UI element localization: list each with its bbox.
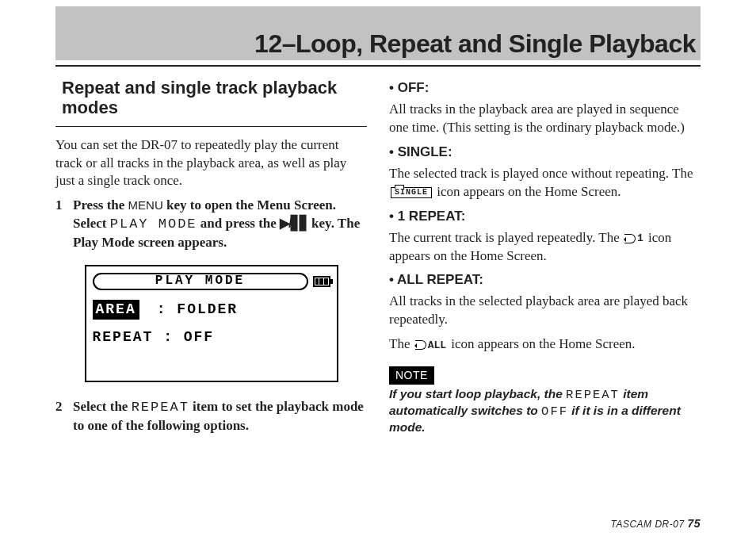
option-1repeat-body: The current track is played repeatedly. …: [389, 229, 701, 266]
chapter-title: 12–Loop, Repeat and Single Playback: [254, 29, 696, 59]
option-single-body: The selected track is played once withou…: [389, 165, 701, 201]
lcd-area-label: AREA: [93, 300, 139, 319]
menu-key-label: MENU: [128, 198, 163, 212]
step-number: 2: [55, 398, 73, 435]
step-body: Press the MENU key to open the Menu Scre…: [73, 197, 367, 252]
chapter-banner: 12–Loop, Repeat and Single Playback: [55, 6, 701, 60]
lcd-area-value: FOLDER: [177, 300, 238, 319]
single-icon: SINGLE: [391, 187, 432, 198]
option-allrepeat-head: • ALL REPEAT:: [389, 271, 701, 289]
lcd-title: PLAY MODE: [93, 273, 308, 290]
text: The: [389, 336, 414, 351]
lcd-sep: :: [163, 328, 174, 347]
option-allrepeat-body2: The ALL icon appears on the Home Screen.: [389, 335, 701, 354]
manual-page: 12–Loop, Repeat and Single Playback Repe…: [0, 0, 756, 544]
option-off-body: All tracks in the playback area are play…: [389, 101, 701, 137]
text: If you start loop playback, the: [389, 387, 566, 400]
lcd-row-area: AREA : FOLDER: [93, 300, 330, 319]
text: The selected track is played once withou…: [389, 166, 693, 181]
step-number: 1: [55, 197, 73, 252]
option-off-head: • OFF:: [389, 79, 701, 98]
page-footer: TASCAM DR-07 75: [610, 517, 701, 530]
text: Press the: [73, 197, 128, 213]
repeat-suffix: ALL: [428, 339, 446, 353]
lcd-screen: PLAY MODE AREA : FOLDER REPEAT: [85, 265, 338, 382]
repeat-all-icon: ALL: [415, 339, 446, 353]
step-2: 2 Select the REPEAT item to set the play…: [55, 398, 367, 435]
note-badge: NOTE: [389, 366, 434, 385]
intro-paragraph: You can set the DR-07 to repeatedly play…: [55, 136, 367, 191]
play-mode-mono: PLAY MODE: [110, 216, 197, 232]
right-column: • OFF: All tracks in the playback area a…: [389, 75, 701, 440]
lcd-repeat-label: REPEAT: [93, 328, 154, 347]
section-heading: Repeat and single track playback modes: [55, 75, 367, 123]
option-single-head: • SINGLE:: [389, 144, 701, 162]
footer-model: TASCAM DR-07: [610, 519, 687, 530]
lcd-repeat-value: OFF: [184, 328, 214, 347]
lcd-row-repeat: REPEAT : OFF: [93, 328, 330, 347]
text: Select the: [73, 399, 132, 414]
section-rule: [55, 126, 367, 127]
text: The current track is played repeatedly. …: [389, 230, 623, 245]
lcd-sep: :: [157, 300, 167, 319]
banner-rule: [55, 65, 701, 67]
repeat-mono: REPEAT: [566, 388, 620, 402]
page-number: 75: [687, 517, 701, 530]
note-text: If you start loop playback, the REPEAT i…: [389, 386, 701, 435]
step-body: Select the REPEAT item to set the playba…: [73, 398, 367, 435]
option-allrepeat-body1: All tracks in the selected playback area…: [389, 293, 701, 329]
play-pause-icon: ▶/▋▋: [280, 216, 308, 231]
two-column-layout: Repeat and single track playback modes Y…: [55, 75, 701, 440]
text: icon appears on the Home Screen.: [448, 336, 636, 351]
step-1: 1 Press the MENU key to open the Menu Sc…: [55, 197, 367, 252]
repeat-suffix: 1: [637, 232, 643, 246]
lcd-figure: PLAY MODE AREA : FOLDER REPEAT: [55, 265, 367, 382]
lcd-header: PLAY MODE: [93, 271, 330, 292]
text: and press the: [197, 216, 281, 231]
off-mono: OFF: [541, 404, 568, 419]
repeat-mono: REPEAT: [132, 400, 189, 415]
repeat-1-icon: 1: [624, 232, 643, 246]
battery-icon: [313, 276, 330, 287]
left-column: Repeat and single track playback modes Y…: [55, 75, 367, 440]
option-1repeat-head: • 1 REPEAT:: [389, 208, 701, 226]
text: icon appears on the Home Screen.: [433, 184, 621, 199]
